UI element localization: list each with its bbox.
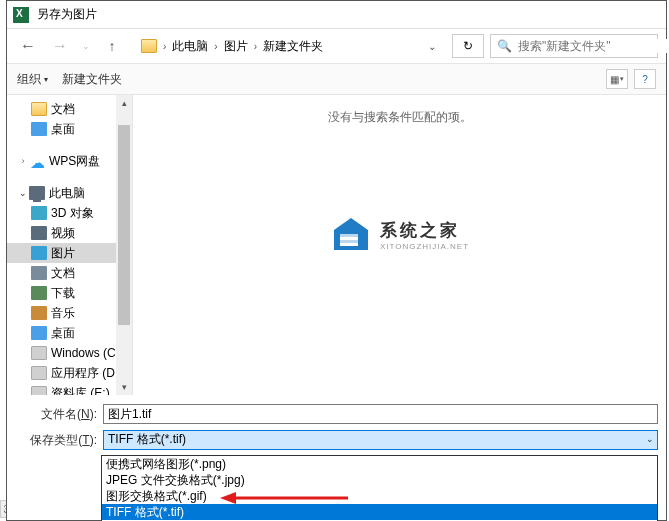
desktop-icon — [31, 326, 47, 340]
arrow-up-icon: ↑ — [109, 38, 116, 54]
help-icon: ? — [642, 74, 648, 85]
drive-icon — [31, 366, 47, 380]
chevron-down-icon: ▾ — [44, 75, 48, 84]
sidebar-item[interactable]: ⌄此电脑 — [7, 183, 132, 203]
sidebar-item[interactable]: 下载 — [7, 283, 132, 303]
sidebar-item[interactable]: 应用程序 (D:) — [7, 363, 132, 383]
nav-forward-button[interactable]: → — [47, 33, 73, 59]
watermark-subtitle: XITONGZHIJIA.NET — [380, 242, 469, 251]
sidebar-item[interactable]: 资料库 (E:) — [7, 383, 132, 395]
savetype-label: 保存类型(T): — [15, 432, 103, 449]
sidebar-item[interactable]: 音乐 — [7, 303, 132, 323]
sidebar-item-label: 文档 — [51, 265, 75, 282]
dropdown-item[interactable]: 图形交换格式(*.gif) — [102, 488, 657, 504]
sidebar-item[interactable]: 文档 — [7, 99, 132, 119]
search-icon: 🔍 — [497, 39, 512, 53]
sidebar-item-label: 视频 — [51, 225, 75, 242]
sidebar-item-label: 应用程序 (D:) — [51, 365, 122, 382]
nav-back-button[interactable]: ← — [15, 33, 41, 59]
refresh-button[interactable]: ↻ — [452, 34, 484, 58]
sidebar-scrollbar[interactable]: ▴▾ — [116, 95, 132, 395]
dropdown-item[interactable]: TIFF 格式(*.tif) — [102, 504, 657, 520]
dropdown-item[interactable]: 便携式网络图形(*.png) — [102, 456, 657, 472]
pic-icon — [31, 246, 47, 260]
help-button[interactable]: ? — [634, 69, 656, 89]
doc-icon — [31, 266, 47, 280]
sidebar-item-label: 下载 — [51, 285, 75, 302]
save-as-dialog: 另存为图片 ← → ⌄ ↑ › 此电脑 › 图片 › 新建文件夹 ⌄ ↻ 🔍 组… — [6, 0, 667, 521]
empty-message: 没有与搜索条件匹配的项。 — [328, 109, 472, 126]
sidebar-tree: 文档桌面›☁WPS网盘⌄此电脑3D 对象视频图片文档下载音乐桌面Windows … — [7, 95, 133, 395]
sidebar-item-label: WPS网盘 — [49, 153, 100, 170]
sidebar-item-label: 音乐 — [51, 305, 75, 322]
sidebar-item[interactable]: 视频 — [7, 223, 132, 243]
view-mode-button[interactable]: ▦▾ — [606, 69, 628, 89]
sidebar-item-label: 图片 — [51, 245, 75, 262]
desktop-icon — [31, 122, 47, 136]
chevron-right-icon: › — [163, 41, 166, 52]
tree-chevron-icon[interactable]: › — [17, 156, 29, 166]
pc-icon — [29, 186, 45, 200]
sidebar-item[interactable]: 3D 对象 — [7, 203, 132, 223]
app-icon — [13, 7, 29, 23]
tree-chevron-icon[interactable]: ⌄ — [17, 188, 29, 198]
chevron-right-icon: › — [214, 41, 217, 52]
music-icon — [31, 306, 47, 320]
sidebar-item-label: 文档 — [51, 101, 75, 118]
video-icon — [31, 226, 47, 240]
nav-bar: ← → ⌄ ↑ › 此电脑 › 图片 › 新建文件夹 ⌄ ↻ 🔍 — [7, 29, 666, 63]
arrow-right-icon: → — [52, 37, 68, 55]
sidebar-item-label: 桌面 — [51, 121, 75, 138]
sidebar-item[interactable]: Windows (C:) — [7, 343, 132, 363]
scrollbar-thumb[interactable] — [118, 125, 130, 325]
cloud-icon: ☁ — [29, 154, 45, 168]
breadcrumb-seg[interactable]: 此电脑 — [172, 38, 208, 55]
sidebar-item[interactable]: ›☁WPS网盘 — [7, 151, 132, 171]
scroll-down-icon[interactable]: ▾ — [116, 379, 132, 395]
chevron-down-icon: ⌄ — [82, 41, 90, 51]
scroll-up-icon[interactable]: ▴ — [116, 95, 132, 111]
sidebar-item-label: 此电脑 — [49, 185, 85, 202]
sidebar-item-label: Windows (C:) — [51, 346, 123, 360]
drive-icon — [31, 346, 47, 360]
new-folder-button[interactable]: 新建文件夹 — [62, 71, 122, 88]
folder-icon — [141, 39, 157, 53]
svg-rect-1 — [340, 234, 358, 237]
breadcrumb-seg[interactable]: 图片 — [224, 38, 248, 55]
breadcrumb-seg[interactable]: 新建文件夹 — [263, 38, 323, 55]
dropdown-item[interactable]: JPEG 文件交换格式(*.jpg) — [102, 472, 657, 488]
file-list-area[interactable]: 没有与搜索条件匹配的项。 系统之家 XITONGZHIJIA.NET — [133, 95, 666, 395]
svg-rect-2 — [340, 240, 358, 243]
sidebar-item[interactable]: 桌面 — [7, 119, 132, 139]
breadcrumb[interactable]: › 此电脑 › 图片 › 新建文件夹 ⌄ — [135, 34, 442, 58]
savetype-dropdown: 便携式网络图形(*.png)JPEG 文件交换格式(*.jpg)图形交换格式(*… — [101, 455, 658, 521]
toolbar: 组织▾ 新建文件夹 ▦▾ ? — [7, 63, 666, 95]
titlebar: 另存为图片 — [7, 1, 666, 29]
search-input[interactable] — [518, 39, 668, 53]
sidebar-item-label: 资料库 (E:) — [51, 385, 110, 396]
sidebar-item[interactable]: 文档 — [7, 263, 132, 283]
sidebar-item[interactable]: 桌面 — [7, 323, 132, 343]
watermark: 系统之家 XITONGZHIJIA.NET — [330, 216, 469, 254]
watermark-title: 系统之家 — [380, 219, 469, 242]
sidebar-item-label: 桌面 — [51, 325, 75, 342]
3d-icon — [31, 206, 47, 220]
filename-input[interactable] — [103, 404, 658, 424]
form-area: 文件名(N): 保存类型(T): TIFF 格式(*.tif) ⌄ 便携式网络图… — [7, 395, 666, 521]
view-icon: ▦ — [610, 74, 619, 85]
sidebar-item-label: 3D 对象 — [51, 205, 94, 222]
sidebar-item[interactable]: 图片 — [7, 243, 132, 263]
watermark-logo-icon — [330, 216, 372, 254]
organize-menu[interactable]: 组织▾ — [17, 71, 48, 88]
search-box[interactable]: 🔍 — [490, 34, 658, 58]
savetype-combobox[interactable]: TIFF 格式(*.tif) ⌄ — [103, 430, 658, 450]
nav-up-button[interactable]: ↑ — [99, 33, 125, 59]
refresh-icon: ↻ — [463, 39, 473, 53]
chevron-down-icon[interactable]: ⌄ — [428, 41, 436, 52]
chevron-down-icon: ⌄ — [646, 434, 654, 444]
arrow-left-icon: ← — [20, 37, 36, 55]
chevron-right-icon: › — [254, 41, 257, 52]
nav-recent-button[interactable]: ⌄ — [79, 33, 93, 59]
dialog-title: 另存为图片 — [37, 6, 97, 23]
drive-icon — [31, 386, 47, 395]
